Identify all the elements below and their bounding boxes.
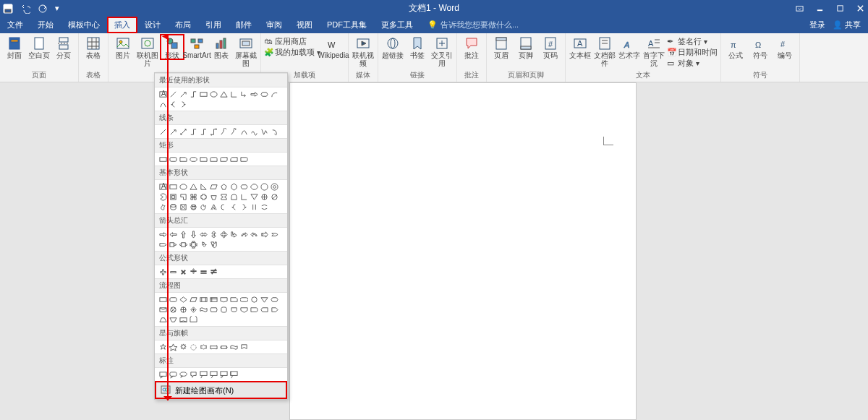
arrow-shape[interactable] — [178, 229, 188, 239]
tab-home[interactable]: 开始 — [30, 17, 61, 33]
arrow-shape[interactable] — [249, 229, 259, 239]
arrow-shape[interactable] — [158, 229, 168, 239]
picture-button[interactable]: 图片 — [111, 35, 135, 59]
basic-shape[interactable] — [208, 202, 218, 212]
arrow-shape[interactable] — [178, 239, 188, 249]
rect-shape[interactable] — [229, 154, 239, 164]
fc-shape[interactable] — [178, 294, 188, 304]
eq-shape[interactable] — [198, 267, 208, 277]
save-icon[interactable] — [3, 4, 13, 14]
tab-pdf[interactable]: PDF工具集 — [320, 17, 374, 33]
basic-shape[interactable] — [158, 192, 168, 202]
textbox-button[interactable]: A文本框 — [569, 35, 592, 59]
star-shape[interactable] — [239, 342, 249, 352]
line-shape[interactable] — [259, 127, 269, 137]
bookmark-button[interactable]: 书签 — [406, 35, 429, 59]
basic-shape[interactable] — [269, 192, 279, 202]
tab-mail[interactable]: 邮件 — [229, 17, 259, 33]
basic-shape[interactable] — [218, 192, 229, 202]
basic-shape[interactable] — [168, 202, 178, 212]
screenshot-button[interactable]: 屏幕截图 — [234, 35, 258, 67]
shape-textbox[interactable]: A — [158, 89, 168, 99]
table-button[interactable]: 表格 — [82, 35, 105, 59]
rect-shape[interactable] — [188, 154, 198, 164]
shape-l[interactable] — [229, 89, 239, 99]
rect-shape[interactable] — [168, 154, 178, 164]
shape-brace-l[interactable] — [168, 99, 178, 109]
online-video-button[interactable]: 联机视频 — [352, 35, 375, 67]
basic-shape[interactable] — [158, 202, 168, 212]
chart-button[interactable]: 图表 — [210, 35, 233, 59]
tab-review[interactable]: 审阅 — [259, 17, 289, 33]
fc-shape[interactable] — [269, 294, 279, 304]
shape-triangle[interactable] — [218, 89, 229, 99]
fc-shape[interactable] — [168, 294, 178, 304]
shape-line-arrow[interactable] — [178, 89, 188, 99]
line-shape[interactable] — [158, 127, 168, 137]
basic-shape[interactable] — [218, 181, 229, 192]
fc-shape[interactable] — [158, 304, 168, 314]
line-shape[interactable] — [269, 127, 279, 137]
fc-shape[interactable] — [239, 294, 249, 304]
arrow-shape[interactable] — [158, 239, 168, 249]
basic-shape[interactable] — [208, 192, 218, 202]
basic-shape[interactable] — [259, 181, 269, 192]
basic-shape[interactable] — [188, 181, 198, 192]
rect-shape[interactable] — [178, 154, 188, 164]
eq-shape[interactable] — [208, 267, 218, 277]
shape-arrow-right[interactable] — [249, 89, 259, 99]
smartart-button[interactable]: SmartArt — [185, 35, 208, 59]
fc-shape[interactable] — [188, 304, 198, 314]
basic-shape[interactable] — [198, 181, 208, 192]
basic-shape[interactable] — [229, 192, 239, 202]
fc-shape[interactable] — [269, 304, 279, 314]
header-button[interactable]: 页眉 — [490, 35, 513, 59]
new-drawing-canvas-item[interactable]: 新建绘图画布(N) — [155, 381, 287, 399]
fc-shape[interactable] — [249, 304, 259, 314]
close-icon[interactable] — [855, 4, 865, 14]
basic-shape[interactable] — [178, 192, 188, 202]
qat-more[interactable]: ▾ — [55, 4, 59, 13]
tab-template[interactable]: 模板中心 — [61, 17, 107, 33]
star-shape[interactable] — [178, 342, 188, 352]
eq-shape[interactable] — [188, 267, 198, 277]
basic-shape[interactable] — [178, 181, 188, 192]
line-shape[interactable] — [249, 127, 259, 137]
arrow-shape[interactable] — [239, 229, 249, 239]
fc-shape[interactable] — [198, 304, 208, 314]
callout-shape[interactable] — [158, 369, 168, 380]
basic-shape[interactable] — [239, 192, 249, 202]
basic-shape[interactable] — [188, 192, 198, 202]
tab-design[interactable]: 设计 — [137, 17, 168, 33]
document-parts-button[interactable]: 文档部件 — [593, 35, 616, 67]
shape-hexagon[interactable] — [259, 89, 269, 99]
callout-shape[interactable] — [178, 369, 188, 380]
app-store-button[interactable]: 🛍应用商店 — [264, 36, 320, 46]
fc-shape[interactable] — [158, 294, 168, 304]
arrow-shape[interactable] — [168, 239, 178, 249]
shape-curve[interactable] — [158, 99, 168, 109]
star-shape[interactable] — [208, 342, 218, 352]
arrow-shape[interactable] — [218, 229, 229, 239]
basic-shape[interactable] — [269, 181, 279, 192]
shapes-button[interactable]: 形状 — [161, 35, 184, 59]
redo-icon[interactable] — [38, 4, 48, 14]
arrow-shape[interactable] — [208, 229, 218, 239]
tab-view[interactable]: 视图 — [289, 17, 320, 33]
rect-shape[interactable] — [198, 154, 208, 164]
fc-shape[interactable] — [239, 304, 249, 314]
arrow-shape[interactable] — [208, 239, 218, 249]
arrow-shape[interactable] — [229, 229, 239, 239]
fc-shape[interactable] — [168, 304, 178, 314]
arrow-shape[interactable] — [188, 229, 198, 239]
basic-shape[interactable] — [198, 192, 208, 202]
tab-more[interactable]: 更多工具 — [374, 17, 420, 33]
undo-icon[interactable] — [20, 4, 30, 14]
shape-rect[interactable] — [198, 89, 208, 99]
fc-shape[interactable] — [178, 314, 188, 325]
callout-shape[interactable] — [229, 369, 239, 380]
rect-shape[interactable] — [158, 154, 168, 164]
arrow-shape[interactable] — [188, 239, 198, 249]
page-number-button[interactable]: #页码 — [539, 35, 562, 59]
fc-shape[interactable] — [229, 304, 239, 314]
